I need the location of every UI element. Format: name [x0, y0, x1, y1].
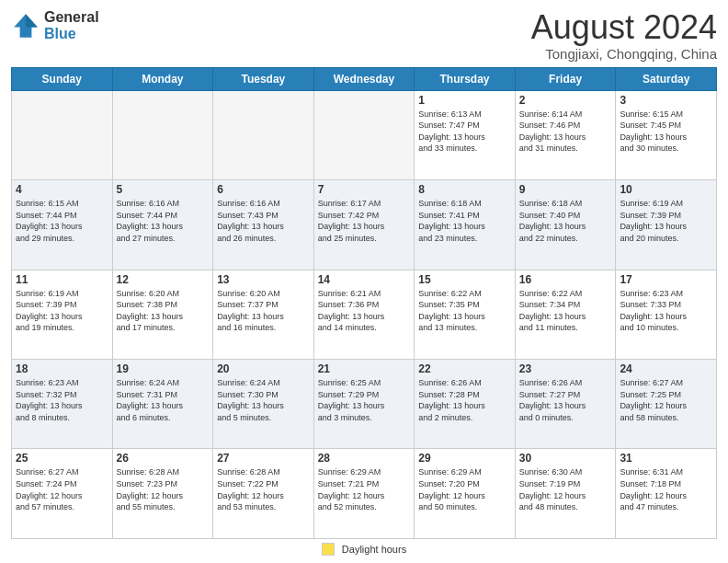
day-number: 22 — [418, 362, 511, 375]
calendar-cell: 27Sunrise: 6:28 AM Sunset: 7:22 PM Dayli… — [213, 449, 314, 539]
day-info: Sunrise: 6:15 AM Sunset: 7:44 PM Dayligh… — [16, 198, 108, 244]
day-number: 12 — [117, 273, 210, 286]
day-info: Sunrise: 6:23 AM Sunset: 7:32 PM Dayligh… — [16, 377, 108, 423]
day-number: 14 — [318, 273, 411, 286]
header: General Blue August 2024 Tongjiaxi, Chon… — [11, 9, 717, 62]
day-number: 24 — [620, 362, 712, 375]
day-info: Sunrise: 6:29 AM Sunset: 7:21 PM Dayligh… — [318, 466, 411, 512]
day-number: 25 — [16, 452, 108, 465]
footer: Daylight hours — [11, 543, 717, 556]
calendar-cell: 17Sunrise: 6:23 AM Sunset: 7:33 PM Dayli… — [616, 270, 717, 359]
week-row-1: 1Sunrise: 6:13 AM Sunset: 7:47 PM Daylig… — [12, 90, 717, 179]
day-info: Sunrise: 6:18 AM Sunset: 7:41 PM Dayligh… — [418, 198, 511, 244]
day-number: 11 — [16, 273, 108, 286]
calendar-cell — [213, 90, 314, 179]
day-info: Sunrise: 6:14 AM Sunset: 7:46 PM Dayligh… — [519, 109, 612, 155]
calendar-cell: 11Sunrise: 6:19 AM Sunset: 7:39 PM Dayli… — [12, 270, 113, 359]
calendar-cell: 9Sunrise: 6:18 AM Sunset: 7:40 PM Daylig… — [515, 180, 616, 270]
calendar-cell: 18Sunrise: 6:23 AM Sunset: 7:32 PM Dayli… — [12, 360, 113, 449]
calendar-cell: 30Sunrise: 6:30 AM Sunset: 7:19 PM Dayli… — [515, 449, 616, 539]
day-info: Sunrise: 6:28 AM Sunset: 7:22 PM Dayligh… — [217, 466, 310, 512]
calendar-cell: 16Sunrise: 6:22 AM Sunset: 7:34 PM Dayli… — [515, 270, 616, 359]
day-info: Sunrise: 6:13 AM Sunset: 7:47 PM Dayligh… — [418, 109, 511, 155]
logo-blue-text: Blue — [44, 26, 99, 42]
calendar-cell: 7Sunrise: 6:17 AM Sunset: 7:42 PM Daylig… — [313, 180, 415, 270]
day-info: Sunrise: 6:21 AM Sunset: 7:36 PM Dayligh… — [318, 288, 411, 334]
calendar-cell: 14Sunrise: 6:21 AM Sunset: 7:36 PM Dayli… — [313, 270, 415, 359]
day-number: 2 — [519, 94, 612, 107]
day-info: Sunrise: 6:16 AM Sunset: 7:44 PM Dayligh… — [117, 198, 210, 244]
day-number: 15 — [418, 273, 511, 286]
day-info: Sunrise: 6:28 AM Sunset: 7:23 PM Dayligh… — [117, 466, 210, 512]
calendar-header-row: SundayMondayTuesdayWednesdayThursdayFrid… — [12, 67, 717, 90]
calendar-cell: 15Sunrise: 6:22 AM Sunset: 7:35 PM Dayli… — [415, 270, 516, 359]
day-number: 18 — [16, 362, 108, 375]
day-info: Sunrise: 6:25 AM Sunset: 7:29 PM Dayligh… — [318, 377, 411, 423]
day-number: 27 — [217, 452, 310, 465]
col-header-friday: Friday — [515, 67, 616, 90]
day-number: 7 — [318, 183, 411, 196]
day-info: Sunrise: 6:20 AM Sunset: 7:37 PM Dayligh… — [217, 288, 310, 334]
day-number: 5 — [117, 183, 210, 196]
calendar-cell: 29Sunrise: 6:29 AM Sunset: 7:20 PM Dayli… — [415, 449, 516, 539]
day-info: Sunrise: 6:22 AM Sunset: 7:34 PM Dayligh… — [519, 288, 612, 334]
calendar-cell: 2Sunrise: 6:14 AM Sunset: 7:46 PM Daylig… — [515, 90, 616, 179]
day-number: 3 — [620, 94, 712, 107]
logo-general-text: General — [44, 9, 99, 26]
calendar-cell: 4Sunrise: 6:15 AM Sunset: 7:44 PM Daylig… — [12, 180, 113, 270]
day-info: Sunrise: 6:24 AM Sunset: 7:30 PM Dayligh… — [217, 377, 310, 423]
week-row-5: 25Sunrise: 6:27 AM Sunset: 7:24 PM Dayli… — [12, 449, 717, 539]
day-info: Sunrise: 6:23 AM Sunset: 7:33 PM Dayligh… — [620, 288, 712, 334]
day-info: Sunrise: 6:22 AM Sunset: 7:35 PM Dayligh… — [418, 288, 511, 334]
legend-color-box — [322, 543, 335, 556]
calendar-cell: 31Sunrise: 6:31 AM Sunset: 7:18 PM Dayli… — [616, 449, 717, 539]
day-number: 16 — [519, 273, 612, 286]
calendar-cell: 22Sunrise: 6:26 AM Sunset: 7:28 PM Dayli… — [415, 360, 516, 449]
week-row-3: 11Sunrise: 6:19 AM Sunset: 7:39 PM Dayli… — [12, 270, 717, 359]
calendar-cell: 28Sunrise: 6:29 AM Sunset: 7:21 PM Dayli… — [313, 449, 415, 539]
day-info: Sunrise: 6:27 AM Sunset: 7:25 PM Dayligh… — [620, 377, 712, 423]
day-info: Sunrise: 6:18 AM Sunset: 7:40 PM Dayligh… — [519, 198, 612, 244]
svg-marker-1 — [26, 14, 38, 27]
day-info: Sunrise: 6:24 AM Sunset: 7:31 PM Dayligh… — [117, 377, 210, 423]
calendar-cell: 23Sunrise: 6:26 AM Sunset: 7:27 PM Dayli… — [515, 360, 616, 449]
day-info: Sunrise: 6:15 AM Sunset: 7:45 PM Dayligh… — [620, 109, 712, 155]
calendar-cell: 8Sunrise: 6:18 AM Sunset: 7:41 PM Daylig… — [415, 180, 516, 270]
calendar-cell: 26Sunrise: 6:28 AM Sunset: 7:23 PM Dayli… — [112, 449, 213, 539]
col-header-saturday: Saturday — [616, 67, 717, 90]
col-header-wednesday: Wednesday — [313, 67, 415, 90]
day-number: 29 — [418, 452, 511, 465]
day-number: 10 — [620, 183, 712, 196]
legend-label: Daylight hours — [342, 544, 406, 555]
month-title: August 2024 — [531, 9, 717, 46]
day-number: 8 — [418, 183, 511, 196]
location-subtitle: Tongjiaxi, Chongqing, China — [531, 46, 717, 62]
day-number: 21 — [318, 362, 411, 375]
col-header-sunday: Sunday — [12, 67, 113, 90]
day-number: 17 — [620, 273, 712, 286]
day-number: 9 — [519, 183, 612, 196]
logo-text: General Blue — [44, 9, 99, 41]
calendar-cell: 5Sunrise: 6:16 AM Sunset: 7:44 PM Daylig… — [112, 180, 213, 270]
col-header-monday: Monday — [112, 67, 213, 90]
day-info: Sunrise: 6:31 AM Sunset: 7:18 PM Dayligh… — [620, 466, 712, 512]
day-number: 26 — [117, 452, 210, 465]
calendar-cell — [112, 90, 213, 179]
day-number: 19 — [117, 362, 210, 375]
day-info: Sunrise: 6:20 AM Sunset: 7:38 PM Dayligh… — [117, 288, 210, 334]
day-info: Sunrise: 6:17 AM Sunset: 7:42 PM Dayligh… — [318, 198, 411, 244]
day-info: Sunrise: 6:29 AM Sunset: 7:20 PM Dayligh… — [418, 466, 511, 512]
day-number: 1 — [418, 94, 511, 107]
calendar-table: SundayMondayTuesdayWednesdayThursdayFrid… — [11, 67, 717, 539]
day-info: Sunrise: 6:27 AM Sunset: 7:24 PM Dayligh… — [16, 466, 108, 512]
page: General Blue August 2024 Tongjiaxi, Chon… — [0, 0, 728, 563]
day-number: 30 — [519, 452, 612, 465]
day-info: Sunrise: 6:30 AM Sunset: 7:19 PM Dayligh… — [519, 466, 612, 512]
calendar-cell: 20Sunrise: 6:24 AM Sunset: 7:30 PM Dayli… — [213, 360, 314, 449]
calendar-cell: 1Sunrise: 6:13 AM Sunset: 7:47 PM Daylig… — [415, 90, 516, 179]
calendar-cell — [12, 90, 113, 179]
title-block: August 2024 Tongjiaxi, Chongqing, China — [531, 9, 717, 62]
col-header-tuesday: Tuesday — [213, 67, 314, 90]
col-header-thursday: Thursday — [415, 67, 516, 90]
calendar-cell: 21Sunrise: 6:25 AM Sunset: 7:29 PM Dayli… — [313, 360, 415, 449]
